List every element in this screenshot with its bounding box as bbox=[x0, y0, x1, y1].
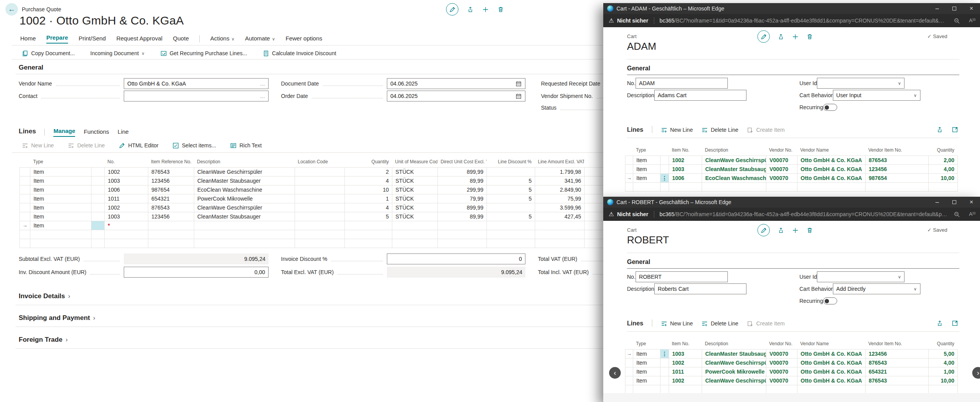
fasttab-foreign-trade[interactable]: Foreign Trade› bbox=[19, 336, 68, 344]
tab-quote[interactable]: Quote bbox=[173, 35, 189, 44]
read-aloud-icon[interactable]: A))) bbox=[964, 17, 980, 23]
edit-button[interactable] bbox=[757, 30, 770, 43]
share-button[interactable] bbox=[778, 227, 784, 234]
user-id-select[interactable]: ∨ bbox=[817, 271, 904, 282]
column-no[interactable]: No. bbox=[104, 156, 148, 167]
tab-request-approval[interactable]: Request Approval bbox=[116, 35, 162, 44]
delete-record-button[interactable] bbox=[497, 6, 504, 13]
general-heading[interactable]: General bbox=[627, 65, 650, 72]
tab-actions[interactable]: Actions∨ bbox=[210, 35, 234, 44]
row-options-icon[interactable]: ⋮ bbox=[660, 174, 669, 182]
cart-behavior-select[interactable]: User Input∨ bbox=[833, 90, 920, 101]
next-record-button[interactable]: › bbox=[972, 367, 980, 379]
share-button[interactable] bbox=[936, 320, 943, 327]
column-type[interactable]: Type bbox=[633, 338, 660, 349]
new-record-button[interactable] bbox=[792, 227, 799, 234]
fasttab-invoice-details[interactable]: Invoice Details› bbox=[19, 292, 70, 300]
row-options-icon[interactable]: ⋮ bbox=[660, 350, 669, 358]
calendar-icon[interactable] bbox=[515, 93, 522, 100]
delete-record-button[interactable] bbox=[806, 33, 813, 40]
close-button[interactable]: × bbox=[963, 199, 980, 206]
window-titlebar[interactable]: Cart - ROBERT - Geschäftlich – Microsoft… bbox=[603, 197, 980, 208]
share-button[interactable] bbox=[936, 126, 943, 133]
select-items-button[interactable]: Select items... bbox=[172, 142, 216, 149]
column-line-amount[interactable]: Line Amount Excl. VAT bbox=[535, 156, 584, 167]
tab-automate[interactable]: Automate∨ bbox=[245, 35, 275, 44]
column-vendor-no[interactable]: Vendor No. bbox=[766, 338, 797, 349]
lookup-ellipsis-icon[interactable]: … bbox=[260, 81, 265, 87]
new-line-button[interactable]: New Line bbox=[661, 127, 693, 133]
expand-button[interactable] bbox=[952, 320, 958, 327]
window-titlebar[interactable]: Cart - ADAM - Geschäftlich – Microsoft E… bbox=[603, 3, 980, 14]
back-button[interactable]: ← bbox=[5, 3, 18, 16]
new-record-button[interactable] bbox=[482, 6, 489, 13]
cart-behavior-select[interactable]: Add Directly∨ bbox=[833, 283, 920, 294]
delete-line-button[interactable]: Delete Line bbox=[701, 127, 738, 133]
expand-button[interactable] bbox=[952, 126, 958, 133]
column-direct-unit-cost[interactable]: Direct Unit Cost Excl. VAT bbox=[437, 156, 486, 167]
general-heading[interactable]: General bbox=[627, 259, 650, 266]
lines-heading[interactable]: Lines bbox=[19, 128, 36, 137]
column-line-discount[interactable]: Line Discount % bbox=[486, 156, 535, 167]
security-label[interactable]: Nicht sicher bbox=[617, 17, 648, 24]
column-description[interactable]: Description bbox=[702, 145, 766, 156]
document-date-input[interactable]: 04.06.2025 bbox=[387, 78, 525, 89]
tab-prepare[interactable]: Prepare bbox=[46, 34, 68, 44]
focused-cell[interactable] bbox=[91, 221, 105, 230]
contact-input[interactable]: … bbox=[124, 91, 269, 101]
column-item-no[interactable]: Item No. bbox=[669, 145, 702, 156]
invoice-discount-pct-input[interactable]: 0 bbox=[387, 253, 525, 264]
close-button[interactable]: × bbox=[963, 5, 980, 12]
create-item-button[interactable]: Create Item bbox=[747, 127, 785, 133]
delete-record-button[interactable] bbox=[806, 227, 813, 234]
tab-line[interactable]: Line bbox=[118, 128, 128, 137]
lines-heading[interactable]: Lines bbox=[627, 320, 643, 327]
maximize-button[interactable] bbox=[946, 199, 963, 206]
minimize-button[interactable]: – bbox=[929, 5, 946, 12]
no-input[interactable]: ADAM bbox=[636, 78, 728, 89]
tab-manage[interactable]: Manage bbox=[53, 128, 75, 137]
edit-button[interactable] bbox=[757, 224, 770, 236]
column-vendor-name[interactable]: Vendor Name bbox=[797, 145, 865, 156]
column-vendor-item-no[interactable]: Vendor Item No. bbox=[865, 145, 928, 156]
tab-functions[interactable]: Functions bbox=[84, 128, 109, 137]
minimize-button[interactable]: – bbox=[929, 199, 946, 206]
column-item-reference-no[interactable]: Item Reference No. bbox=[148, 156, 194, 167]
tab-home[interactable]: Home bbox=[20, 35, 36, 44]
column-description[interactable]: Description bbox=[702, 338, 766, 349]
html-editor-button[interactable]: HTML Editor bbox=[119, 142, 158, 149]
url-text[interactable]: bc365/BC/?noiframe=1&tid=0a94236a-f6ac-4… bbox=[660, 211, 949, 217]
column-location-code[interactable]: Location Code bbox=[295, 156, 344, 167]
vendor-name-input[interactable]: Otto GmbH & Co. KGaA… bbox=[124, 78, 269, 89]
required-field-marker[interactable]: * bbox=[105, 221, 148, 230]
new-record-button[interactable] bbox=[792, 33, 799, 40]
share-button[interactable] bbox=[467, 6, 474, 13]
user-id-select[interactable]: ∨ bbox=[817, 78, 904, 89]
recurring-toggle[interactable] bbox=[823, 104, 837, 111]
action-incoming-document[interactable]: Incoming Document∨ bbox=[90, 50, 145, 56]
delete-line-button[interactable]: Delete Line bbox=[701, 320, 738, 327]
lookup-ellipsis-icon[interactable]: … bbox=[260, 93, 265, 99]
inv-discount-amount-input[interactable]: 0,00 bbox=[124, 267, 269, 278]
column-quantity[interactable]: Quantity bbox=[928, 145, 957, 156]
recurring-toggle[interactable] bbox=[823, 297, 837, 304]
security-label[interactable]: Nicht sicher bbox=[617, 211, 648, 217]
column-type[interactable]: Type bbox=[30, 156, 91, 167]
column-unit-of-measure[interactable]: Unit of Measure Code bbox=[392, 156, 437, 167]
url-text[interactable]: bc365/BC/?noiframe=1&tid=0a94236a-f6ac-4… bbox=[660, 17, 949, 24]
description-input[interactable]: Roberts Cart bbox=[654, 283, 746, 294]
fasttab-shipping-and-payment[interactable]: Shipping and Payment› bbox=[19, 314, 95, 322]
maximize-button[interactable] bbox=[946, 5, 963, 12]
tab-fewer-options[interactable]: Fewer options bbox=[286, 35, 322, 44]
rich-text-button[interactable]: Rich Text bbox=[230, 142, 262, 149]
general-heading[interactable]: General bbox=[19, 64, 43, 72]
description-input[interactable]: Adams Cart bbox=[654, 90, 746, 101]
share-button[interactable] bbox=[778, 33, 784, 40]
column-vendor-name[interactable]: Vendor Name bbox=[797, 338, 865, 349]
column-vendor-no[interactable]: Vendor No. bbox=[766, 145, 797, 156]
column-type[interactable]: Type bbox=[633, 145, 660, 156]
column-description[interactable]: Description bbox=[194, 156, 295, 167]
read-aloud-icon[interactable]: A))) bbox=[964, 211, 980, 217]
zoom-icon[interactable] bbox=[949, 17, 964, 24]
no-input[interactable]: ROBERT bbox=[636, 271, 728, 282]
